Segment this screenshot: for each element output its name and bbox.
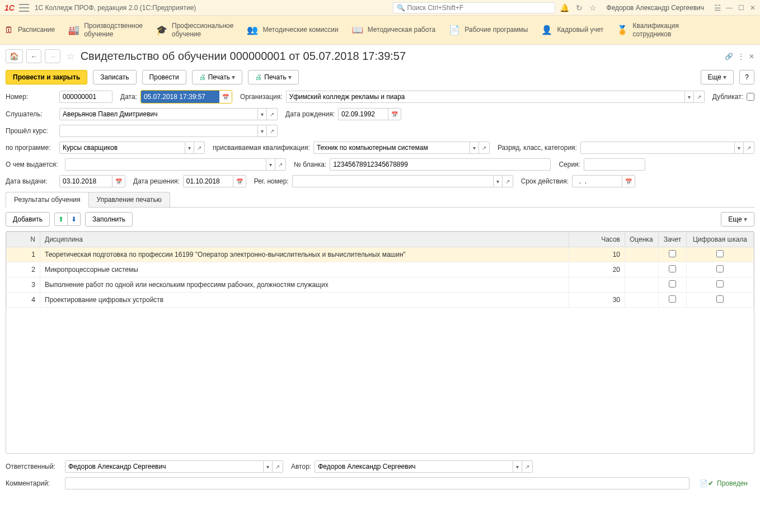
col-hours[interactable]: Часов <box>569 232 625 247</box>
table-more-button[interactable]: Еще <box>721 212 754 227</box>
nav-prof-training[interactable]: 🎓Профессиональное обучение <box>156 22 233 38</box>
reg-field[interactable] <box>292 175 494 187</box>
dropdown-icon[interactable]: ▾ <box>470 142 479 154</box>
scale-checkbox[interactable] <box>716 280 724 288</box>
open-icon[interactable]: ↗ <box>273 460 283 473</box>
about-field[interactable] <box>65 158 266 171</box>
table-row[interactable]: 3Выполнение работ по одной или нескольки… <box>7 277 754 293</box>
comment-field[interactable] <box>65 477 689 489</box>
nav-qualification[interactable]: 🏅Квалификация сотрудников <box>617 22 678 38</box>
open-icon[interactable]: ↗ <box>503 175 513 187</box>
search-box[interactable]: 🔍 <box>393 2 555 13</box>
table-row[interactable]: 1Теоретическая подготовка по профессии 1… <box>7 247 754 262</box>
table-row[interactable]: 2Микропроцессорные системы20 <box>7 262 754 277</box>
col-grade[interactable]: Оценка <box>625 232 659 247</box>
tab-print-mgmt[interactable]: Управление печатью <box>88 192 170 207</box>
forward-button[interactable]: → <box>45 49 60 63</box>
dropdown-icon[interactable]: ▾ <box>185 142 194 154</box>
scale-checkbox[interactable] <box>716 265 724 272</box>
scale-checkbox[interactable] <box>716 295 724 303</box>
rank-field[interactable] <box>580 142 735 154</box>
dropdown-icon[interactable]: ▾ <box>264 460 273 473</box>
dropdown-icon[interactable]: ▾ <box>685 91 694 103</box>
save-button[interactable]: Записать <box>93 70 136 84</box>
responsible-field[interactable] <box>65 460 264 473</box>
validity-field[interactable] <box>572 175 622 187</box>
move-up-button[interactable]: ⬆ <box>54 213 68 226</box>
date-field[interactable] <box>141 91 219 103</box>
help-button[interactable]: ? <box>739 70 754 84</box>
credit-checkbox[interactable] <box>669 265 676 272</box>
nav-method-commissions[interactable]: 👥Методические комиссии <box>247 25 338 35</box>
calendar-icon[interactable]: 📅 <box>112 175 125 187</box>
credit-checkbox[interactable] <box>669 280 676 288</box>
open-icon[interactable]: ↗ <box>694 91 705 103</box>
history-icon[interactable]: ↻ <box>576 3 583 12</box>
org-field[interactable] <box>286 91 685 103</box>
back-button[interactable]: ← <box>26 49 41 63</box>
course-field[interactable] <box>59 125 258 137</box>
table-empty-space[interactable] <box>6 308 754 453</box>
nav-work-programs[interactable]: 📄Рабочие программы <box>449 25 528 35</box>
dropdown-icon[interactable]: ▾ <box>735 142 744 154</box>
tab-results[interactable]: Результаты обучения <box>6 192 89 207</box>
dropdown-icon[interactable]: ▾ <box>494 175 503 187</box>
more-button[interactable]: Еще <box>701 70 734 84</box>
issue-date-field[interactable] <box>59 175 112 187</box>
nav-schedule[interactable]: 🗓Расписание <box>4 25 55 35</box>
dropdown-icon[interactable]: ▾ <box>513 460 522 473</box>
close-icon[interactable]: ✕ <box>749 53 754 60</box>
search-input[interactable] <box>407 4 551 12</box>
dropdown-icon[interactable]: ▾ <box>266 158 275 171</box>
decision-date-field[interactable] <box>183 175 233 187</box>
print-button-2[interactable]: 🖨Печать <box>248 70 299 84</box>
open-icon[interactable]: ↗ <box>194 142 205 154</box>
star-icon[interactable]: ☆ <box>589 3 597 12</box>
open-icon[interactable]: ↗ <box>267 125 278 137</box>
open-icon[interactable]: ↗ <box>479 142 490 154</box>
post-and-close-button[interactable]: Провести и закрыть <box>6 70 87 84</box>
series-field[interactable] <box>584 158 645 171</box>
minimize-icon[interactable]: — <box>726 4 733 12</box>
col-credit[interactable]: Зачет <box>659 232 687 247</box>
calendar-icon[interactable]: 📅 <box>219 91 232 103</box>
kebab-icon[interactable]: ⋮ <box>738 53 744 60</box>
calendar-icon[interactable]: 📅 <box>388 108 401 120</box>
print-button-1[interactable]: 🖨Печать <box>192 70 243 84</box>
col-discipline[interactable]: Дисциплина <box>40 232 569 247</box>
col-n[interactable]: N <box>7 232 40 247</box>
program-field[interactable] <box>59 142 185 154</box>
student-field[interactable] <box>59 108 258 120</box>
close-window-icon[interactable]: ✕ <box>750 4 756 12</box>
qual-field[interactable] <box>313 142 470 154</box>
calendar-icon[interactable]: 📅 <box>622 175 635 187</box>
bell-icon[interactable]: 🔔 <box>560 3 569 12</box>
move-down-button[interactable]: ⬇ <box>68 213 81 226</box>
open-icon[interactable]: ↗ <box>522 460 533 473</box>
favorite-star-icon[interactable]: ☆ <box>66 50 75 63</box>
link-icon[interactable]: 🔗 <box>725 53 733 60</box>
nav-hr[interactable]: 👤Кадровый учет <box>541 25 603 35</box>
open-icon[interactable]: ↗ <box>275 158 286 171</box>
scale-checkbox[interactable] <box>716 250 724 257</box>
post-button[interactable]: Провести <box>142 70 186 84</box>
open-icon[interactable]: ↗ <box>744 142 754 154</box>
maximize-icon[interactable]: ☐ <box>738 4 744 12</box>
home-button[interactable]: 🏠 <box>6 49 23 63</box>
number-field[interactable] <box>59 91 112 103</box>
menu-icon[interactable] <box>19 4 29 12</box>
nav-prod-training[interactable]: 🏭Производственное обучение <box>68 22 143 38</box>
dropdown-icon[interactable]: ▾ <box>258 108 267 120</box>
calendar-icon[interactable]: 📅 <box>233 175 246 187</box>
birth-field[interactable] <box>338 108 388 120</box>
username[interactable]: Федоров Александр Сергеевич <box>607 4 704 12</box>
add-button[interactable]: Добавить <box>6 212 50 227</box>
duplicate-checkbox[interactable] <box>747 93 754 101</box>
settings-icon[interactable]: ☱ <box>714 3 721 12</box>
author-field[interactable] <box>315 460 513 473</box>
dropdown-icon[interactable]: ▾ <box>258 125 267 137</box>
col-scale[interactable]: Цифровая шкала <box>687 232 754 247</box>
fill-button[interactable]: Заполнить <box>85 212 133 227</box>
table-row[interactable]: 4Проектирование цифровых устройств30 <box>7 293 754 308</box>
credit-checkbox[interactable] <box>669 295 676 303</box>
